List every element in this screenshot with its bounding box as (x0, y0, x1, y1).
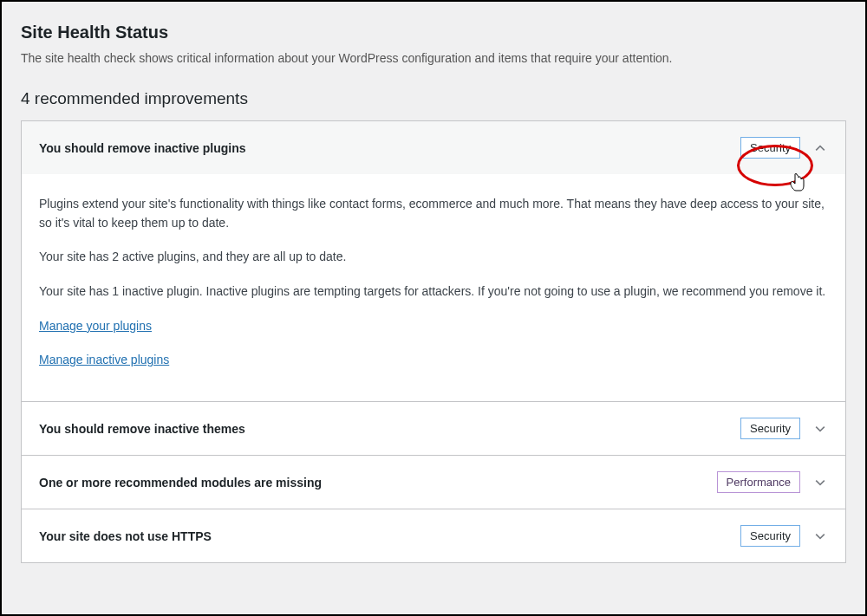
improvements-panel: You should remove inactive plugins Secur… (21, 120, 846, 563)
health-item: You should remove inactive themes Securi… (22, 401, 845, 455)
health-item-title: Your site does not use HTTPS (39, 529, 740, 543)
manage-inactive-plugins-link[interactable]: Manage inactive plugins (39, 351, 169, 370)
health-item: You should remove inactive plugins Secur… (22, 121, 845, 401)
health-item: Your site does not use HTTPS Security (22, 509, 845, 562)
badge-security: Security (740, 418, 800, 439)
page-title: Site Health Status (21, 23, 846, 42)
badge-performance: Performance (717, 471, 800, 493)
chevron-up-icon (812, 140, 828, 156)
health-item: One or more recommended modules are miss… (22, 455, 845, 509)
page-description: The site health check shows critical inf… (21, 51, 846, 65)
health-item-title: One or more recommended modules are miss… (39, 476, 717, 490)
health-item-header[interactable]: You should remove inactive themes Securi… (22, 402, 845, 455)
body-text: Your site has 2 active plugins, and they… (39, 248, 828, 267)
chevron-down-icon (812, 421, 828, 437)
health-item-header[interactable]: You should remove inactive plugins Secur… (22, 121, 845, 174)
body-text: Plugins extend your site's functionality… (39, 195, 828, 232)
chevron-down-icon (812, 475, 828, 490)
badge-security: Security (740, 137, 800, 159)
badge-security: Security (740, 525, 800, 547)
health-item-title: You should remove inactive plugins (39, 141, 740, 155)
health-item-body: Plugins extend your site's functionality… (22, 174, 845, 401)
health-item-title: You should remove inactive themes (39, 422, 740, 436)
health-item-header[interactable]: Your site does not use HTTPS Security (22, 509, 845, 562)
chevron-down-icon (812, 528, 828, 544)
section-heading: 4 recommended improvements (21, 89, 846, 108)
manage-plugins-link[interactable]: Manage your plugins (39, 317, 152, 336)
body-text: Your site has 1 inactive plugin. Inactiv… (39, 282, 828, 302)
health-item-header[interactable]: One or more recommended modules are miss… (22, 456, 845, 509)
